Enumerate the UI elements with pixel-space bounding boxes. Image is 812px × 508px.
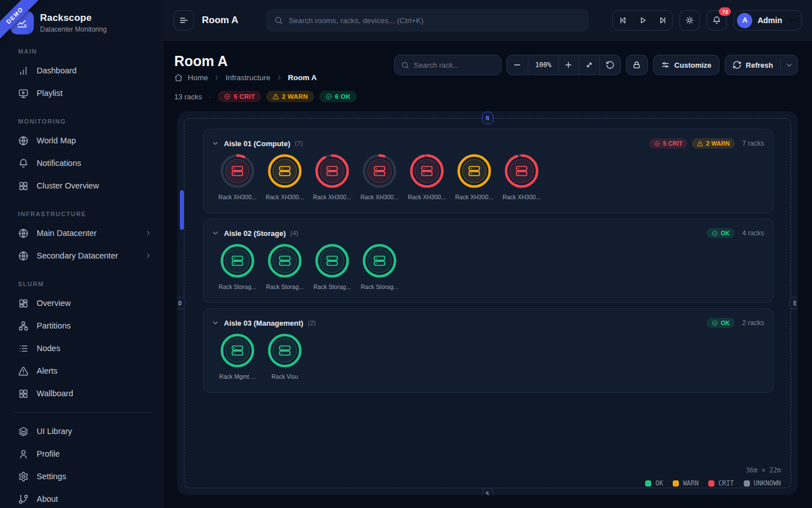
search-icon <box>274 16 283 25</box>
legend-item-warn: WARN <box>673 479 699 487</box>
sidebar-item-label: Dashboard <box>37 66 77 75</box>
sidebar-item-label: Notifications <box>37 159 81 168</box>
rotate-ccw-icon <box>606 60 615 69</box>
sidebar-item-world-map[interactable]: World Map <box>0 129 164 152</box>
lock-button[interactable] <box>626 55 648 75</box>
chevron-right-icon <box>276 74 283 81</box>
skip-forward-icon <box>658 16 667 25</box>
globe-icon <box>18 228 29 239</box>
chevron-down-icon <box>211 139 219 147</box>
sidebar-section-label: MONITORING <box>0 118 164 125</box>
status-badge-warn: 2 WARN <box>692 138 735 148</box>
layout-grid-icon <box>18 181 29 191</box>
legend-dot <box>708 480 714 487</box>
sidebar-item-notifications[interactable]: Notifications <box>0 152 164 174</box>
sidebar-item-about[interactable]: About <box>0 488 164 508</box>
rack-label: Rack Storag... <box>266 283 304 290</box>
rack-tile[interactable]: Rack Storag... <box>356 243 403 290</box>
sidebar-item-nodes[interactable]: Nodes <box>0 337 164 360</box>
rack-search-input[interactable] <box>414 61 482 69</box>
breadcrumb-item[interactable]: Home <box>188 73 208 82</box>
sidebar-section-label: MAIN <box>0 48 164 55</box>
sidebar-item-settings[interactable]: Settings <box>0 465 164 488</box>
sidebar-item-partitions[interactable]: Partitions <box>0 314 164 337</box>
legend-dot <box>673 480 679 487</box>
sidebar-item-playlist[interactable]: Playlist <box>0 82 164 104</box>
sidebar-item-main-datacenter[interactable]: Main Datacenter <box>0 222 164 244</box>
sidebar-footer: UI LibraryProfileSettingsAbout <box>0 420 164 508</box>
check-circle-icon <box>325 93 332 100</box>
theme-toggle-button[interactable] <box>679 10 700 30</box>
skip-back-icon <box>619 16 628 25</box>
sun-icon <box>685 16 694 25</box>
sidebar-item-overview[interactable]: Overview <box>0 292 164 314</box>
rack-tile[interactable]: Rack XH300... <box>451 154 498 200</box>
rack-tile[interactable]: Rack XH300... <box>308 154 356 200</box>
home-icon <box>174 73 183 82</box>
rack-status-ring <box>315 154 350 189</box>
scroll-indicator[interactable] <box>180 190 184 230</box>
sidebar-item-cluster-overview[interactable]: Cluster Overview <box>0 174 164 197</box>
main-content: Room A HomeInfrastructureRoom A 13 racks… <box>164 41 812 508</box>
sidebar-item-wallboard[interactable]: Wallboard <box>0 382 164 405</box>
zoom-out-button[interactable] <box>507 55 528 75</box>
rack-status-ring <box>315 243 350 278</box>
sidebar-item-label: UI Library <box>37 427 72 436</box>
zoom-in-button[interactable] <box>559 55 579 75</box>
refresh-options-button[interactable] <box>781 55 797 75</box>
rack-tile[interactable]: Rack XH300... <box>356 154 403 200</box>
rack-status-ring <box>267 243 302 278</box>
rack-tile[interactable]: Rack Storag... <box>214 243 261 290</box>
bell-icon <box>18 158 29 169</box>
rack-tile[interactable]: Rack Storag... <box>308 243 356 290</box>
sidebar-item-label: Main Datacenter <box>37 229 96 238</box>
global-search-input[interactable] <box>289 16 581 25</box>
reset-view-button[interactable] <box>600 55 620 75</box>
rack-tile[interactable]: Rack Storag... <box>261 243 308 290</box>
sidebar-item-dashboard[interactable]: Dashboard <box>0 59 164 82</box>
circle-x-icon <box>224 93 231 100</box>
rack-status-ring <box>220 333 255 368</box>
rack-tile[interactable]: Rack Mgmt ... <box>214 333 261 380</box>
rack-label: Rack Storag... <box>361 283 399 290</box>
account-menu[interactable]: A Admin <box>734 10 802 30</box>
rack-label: Rack XH300... <box>455 194 493 200</box>
notification-count-badge: 72 <box>719 7 731 16</box>
status-badge-crit: 5 CRIT <box>218 91 261 102</box>
chevron-right-icon <box>213 74 220 81</box>
fit-view-button[interactable] <box>579 55 600 75</box>
sidebar-item-profile[interactable]: Profile <box>0 443 164 465</box>
room-dimensions: 36m × 22m <box>645 466 781 474</box>
room-stats: 13 racks · 5 CRIT2 WARN6 OK <box>174 91 357 102</box>
menu-toggle-button[interactable] <box>174 10 194 30</box>
breadcrumb-item[interactable]: Infrastructure <box>226 73 271 82</box>
sidebar-item-ui-library[interactable]: UI Library <box>0 420 164 443</box>
play-button[interactable] <box>633 11 652 30</box>
sidebar: DEMO Rackscope Datacenter Monitoring MAI… <box>0 0 164 508</box>
rack-tile[interactable]: Rack XH300... <box>214 154 261 200</box>
rack-tile[interactable]: Rack XH300... <box>403 154 451 200</box>
playback-controls <box>612 10 673 30</box>
sidebar-item-alerts[interactable]: Alerts <box>0 360 164 382</box>
sidebar-item-label: Secondary Datacenter <box>37 251 118 260</box>
breadcrumb-item[interactable]: Room A <box>288 73 317 82</box>
customize-button[interactable]: Customize <box>653 55 720 75</box>
page-title: Room A <box>174 53 228 69</box>
rack-tile[interactable]: Rack XH300... <box>261 154 308 200</box>
notifications-button[interactable]: 72 <box>707 10 727 30</box>
rack-status-ring <box>220 154 255 189</box>
skip-forward-button[interactable] <box>652 11 672 30</box>
aisle-name: Aisle 01 (Compute) <box>224 139 290 148</box>
refresh-button[interactable]: Refresh <box>725 55 780 75</box>
network-icon <box>18 321 29 331</box>
sidebar-item-label: Settings <box>37 472 66 481</box>
rack-tile[interactable]: Rack XH300... <box>498 154 545 200</box>
sidebar-item-secondary-datacenter[interactable]: Secondary Datacenter <box>0 244 164 267</box>
circle-x-icon <box>654 141 660 147</box>
rack-search <box>394 55 501 75</box>
rack-label: Rack XH300... <box>313 194 351 200</box>
legend-item-crit: CRIT <box>708 479 734 487</box>
skip-back-button[interactable] <box>613 11 633 30</box>
rack-tile[interactable]: Rack Visu <box>261 333 308 380</box>
sidebar-item-label: Playlist <box>37 89 63 98</box>
